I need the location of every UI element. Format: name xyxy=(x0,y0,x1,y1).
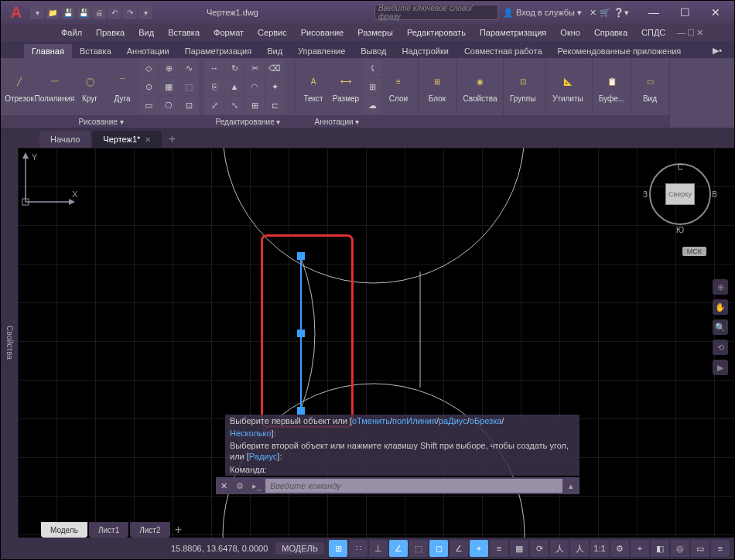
rtab-parametric[interactable]: Параметризация xyxy=(177,44,259,58)
status-workspace-icon[interactable]: ⚙ xyxy=(610,540,629,557)
edit-array[interactable]: ⊞ xyxy=(245,97,264,114)
qat-saveas-icon[interactable]: 💾 xyxy=(77,5,91,19)
exchange-icon[interactable]: ✕ xyxy=(590,8,597,18)
menu-modify[interactable]: Редактировать xyxy=(401,26,472,39)
menu-parametric[interactable]: Параметризация xyxy=(473,26,552,39)
draw-small-4[interactable]: ⊙ xyxy=(139,78,158,95)
help-icon[interactable]: ❔▾ xyxy=(614,8,629,18)
drawing-canvas[interactable]: Сверху С Ю В З МСК ⊕ ✋ 🔍 ⟲ ▶ Выберите пе… xyxy=(18,148,734,538)
anno-leader[interactable]: ⤹ xyxy=(363,60,381,77)
rtab-featured[interactable]: Рекомендованные приложения xyxy=(550,44,689,58)
rtab-insert[interactable]: Вставка xyxy=(72,44,119,58)
status-lock-icon[interactable]: + xyxy=(631,540,649,557)
menu-format[interactable]: Формат xyxy=(207,26,250,39)
panel-title-edit[interactable]: Редактирование ▾ xyxy=(202,115,294,128)
properties-palette-tab[interactable]: Свойства xyxy=(1,148,18,538)
rtab-manage[interactable]: Управление xyxy=(290,44,353,58)
block-button[interactable]: ⊞Блок xyxy=(422,70,453,104)
layout-tab-model[interactable]: Модель xyxy=(41,522,87,538)
draw-small-2[interactable]: ⊕ xyxy=(159,60,178,77)
qat-redo-icon[interactable]: ↷ xyxy=(123,5,137,19)
minimize-button[interactable]: — xyxy=(638,1,669,24)
text-button[interactable]: AТекст xyxy=(298,70,329,104)
signin-button[interactable]: 👤 Вход в службы ▾ xyxy=(503,8,582,18)
menu-draw[interactable]: Рисование xyxy=(295,26,350,39)
rtab-addins[interactable]: Надстройки xyxy=(395,44,456,58)
panel-title-anno[interactable]: Аннотации ▾ xyxy=(295,115,379,128)
polyline-button[interactable]: 〰Полилиния xyxy=(36,70,73,104)
doc-close-icon[interactable]: ✕ xyxy=(696,28,703,38)
draw-small-6[interactable]: ⬚ xyxy=(179,78,198,95)
edit-rotate[interactable]: ↻ xyxy=(225,60,244,77)
edit-offset[interactable]: ⊏ xyxy=(265,97,284,114)
draw-small-9[interactable]: ⊡ xyxy=(179,97,198,114)
clipboard-button[interactable]: 📋Буфе... xyxy=(596,70,627,104)
utilities-button[interactable]: 📐Утилиты xyxy=(549,70,586,104)
edit-fillet[interactable]: ◠ xyxy=(245,78,264,95)
app-logo[interactable]: A xyxy=(5,4,27,21)
status-osnap-icon[interactable]: ◻ xyxy=(429,540,448,557)
menu-spds[interactable]: СПДС xyxy=(635,26,672,39)
anno-table[interactable]: ⊞ xyxy=(363,78,381,95)
maximize-button[interactable]: ☐ xyxy=(669,1,700,24)
edit-mirror[interactable]: ▲ xyxy=(225,78,244,95)
menu-file[interactable]: Файл xyxy=(55,26,88,39)
tab-close-icon[interactable]: ✕ xyxy=(145,135,151,144)
status-dynin-icon[interactable]: + xyxy=(470,540,488,557)
draw-small-5[interactable]: ▦ xyxy=(159,78,178,95)
groups-button[interactable]: ⊡Группы xyxy=(507,70,538,104)
panel-title-draw[interactable]: Рисование ▾ xyxy=(1,115,201,128)
qat-more-icon[interactable]: ▾ xyxy=(138,5,152,19)
edit-trim[interactable]: ✂ xyxy=(245,60,264,77)
status-snap-icon[interactable]: ∷ xyxy=(349,540,368,557)
status-space-toggle[interactable]: МОДЕЛЬ xyxy=(275,542,324,555)
qat-undo-icon[interactable]: ↶ xyxy=(108,5,121,19)
status-grid-icon[interactable]: ⊞ xyxy=(329,540,347,557)
menu-insert[interactable]: Вставка xyxy=(162,26,206,39)
edit-erase[interactable]: ⌫ xyxy=(265,60,284,77)
status-clean-icon[interactable]: ▭ xyxy=(691,540,709,557)
status-annoscale[interactable]: 1:1 xyxy=(590,540,609,557)
draw-small-8[interactable]: ⎔ xyxy=(159,97,178,114)
qat-save-icon[interactable]: 💾 xyxy=(61,5,75,19)
line-button[interactable]: ╱Отрезок xyxy=(4,70,35,104)
status-otrack-icon[interactable]: ∠ xyxy=(450,540,468,557)
status-isolate-icon[interactable]: ◎ xyxy=(671,540,689,557)
qat-open-icon[interactable]: 📁 xyxy=(46,5,60,19)
status-cycle-icon[interactable]: ⟳ xyxy=(530,540,549,557)
menu-dimensions[interactable]: Размеры xyxy=(351,26,399,39)
doc-minimize-icon[interactable]: — xyxy=(677,28,685,38)
status-ortho-icon[interactable]: ⊥ xyxy=(369,540,388,557)
tab-drawing1[interactable]: Чертеж1*✕ xyxy=(92,131,162,148)
qat-new-icon[interactable]: ▾ xyxy=(30,5,44,19)
dimension-button[interactable]: ⟷Размер xyxy=(330,70,361,104)
status-lwt-icon[interactable]: ≡ xyxy=(490,540,508,557)
view-button[interactable]: ▭Вид xyxy=(634,70,665,104)
circle-button[interactable]: ◯Круг xyxy=(74,70,105,104)
ribbon-search-icon[interactable]: ▶• xyxy=(708,43,726,58)
edit-explode[interactable]: ✦ xyxy=(265,78,284,95)
rtab-annotations[interactable]: Аннотации xyxy=(119,44,177,58)
layout-tab-sheet1[interactable]: Лист1 xyxy=(89,522,128,538)
rtab-home[interactable]: Главная xyxy=(24,44,72,58)
menu-help[interactable]: Справка xyxy=(588,26,634,39)
menu-window[interactable]: Окно xyxy=(554,26,586,39)
layout-tab-sheet2[interactable]: Лист2 xyxy=(130,522,169,538)
doc-restore-icon[interactable]: ☐ xyxy=(687,28,695,38)
rtab-output[interactable]: Вывод xyxy=(353,44,394,58)
arc-button[interactable]: ⌒Дуга xyxy=(107,70,138,104)
status-custom-icon[interactable]: ≡ xyxy=(711,540,730,557)
layers-button[interactable]: ≡Слои xyxy=(383,70,414,104)
tab-start[interactable]: Начало xyxy=(39,131,91,148)
menu-view[interactable]: Вид xyxy=(132,26,160,39)
close-button[interactable]: ✕ xyxy=(700,1,731,24)
draw-small-3[interactable]: ∿ xyxy=(179,60,198,77)
status-transp-icon[interactable]: ▦ xyxy=(510,540,528,557)
draw-small-7[interactable]: ▭ xyxy=(139,97,158,114)
status-annomon-icon[interactable]: 人 xyxy=(550,540,569,557)
edit-scale[interactable]: ⤡ xyxy=(225,97,244,114)
properties-button[interactable]: ◉Свойства xyxy=(460,70,500,104)
search-input[interactable]: Введите ключевое слово/фразу xyxy=(374,5,498,20)
qat-print-icon[interactable]: 🖨 xyxy=(92,5,106,19)
status-polar-icon[interactable]: ∠ xyxy=(389,540,408,557)
